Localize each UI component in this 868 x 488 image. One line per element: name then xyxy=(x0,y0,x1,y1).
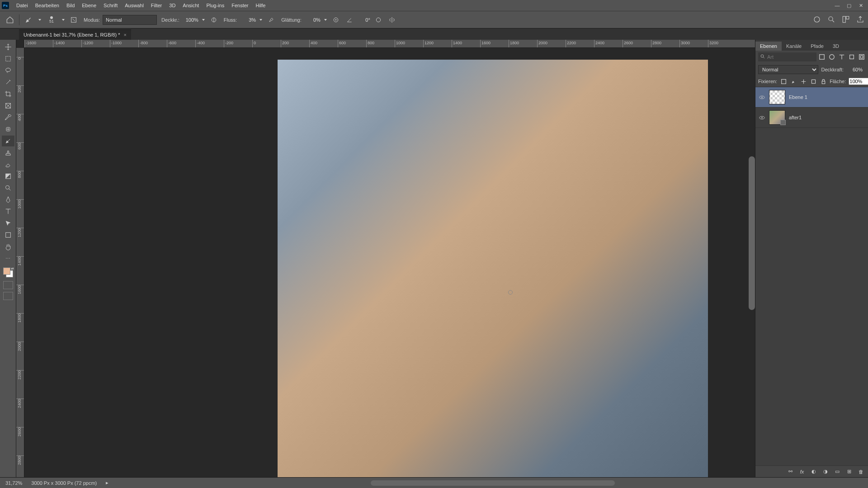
layer-opacity-input[interactable] xyxy=(846,67,863,72)
hand-tool[interactable] xyxy=(2,241,14,252)
menu-item-datei[interactable]: Datei xyxy=(13,1,32,10)
share-icon[interactable] xyxy=(856,15,864,24)
tool-preset-dropdown[interactable] xyxy=(38,18,42,22)
canvas-image[interactable] xyxy=(278,60,708,477)
layer-mask-button[interactable]: ◐ xyxy=(810,468,817,475)
shape-tool[interactable] xyxy=(2,230,14,240)
foreground-color[interactable] xyxy=(3,267,10,275)
layer-thumbnail[interactable] xyxy=(769,90,785,104)
menu-item-filter[interactable]: Filter xyxy=(147,1,165,10)
brush-preset-picker[interactable]: 51 xyxy=(45,13,58,27)
layer-fx-button[interactable]: fx xyxy=(798,468,806,475)
search-icon[interactable] xyxy=(827,15,835,24)
zoom-level[interactable]: 31,72% xyxy=(5,480,22,486)
home-button[interactable] xyxy=(4,14,16,26)
close-button[interactable]: ✕ xyxy=(855,1,866,9)
opacity-input[interactable] xyxy=(182,17,198,23)
type-tool[interactable] xyxy=(2,206,14,217)
brush-preset-dropdown[interactable] xyxy=(61,18,66,22)
clone-stamp-tool[interactable] xyxy=(2,147,14,158)
menu-item-hilfe[interactable]: Hilfe xyxy=(252,1,269,10)
menu-item-fenster[interactable]: Fenster xyxy=(228,1,252,10)
flow-dropdown[interactable] xyxy=(259,18,263,22)
filter-adjustment-icon[interactable] xyxy=(828,53,835,61)
healing-brush-tool[interactable] xyxy=(2,124,14,135)
vertical-scrollbar[interactable] xyxy=(749,156,755,310)
document-tab[interactable]: Unbenannt-1 bei 31,7% (Ebene 1, RGB/8) *… xyxy=(19,29,131,40)
opacity-dropdown[interactable] xyxy=(201,18,206,22)
fill-input[interactable] xyxy=(849,78,868,85)
workspace-icon[interactable] xyxy=(842,15,850,24)
menu-item-auswahl[interactable]: Auswahl xyxy=(121,1,147,10)
panel-tab-ebenen[interactable]: Ebenen xyxy=(755,42,782,51)
gradient-tool[interactable] xyxy=(2,171,14,182)
color-swatches[interactable]: ⇄ xyxy=(2,267,14,278)
angle-icon[interactable] xyxy=(344,14,355,25)
lasso-tool[interactable] xyxy=(2,65,14,76)
brush-settings-button[interactable] xyxy=(68,14,79,25)
dodge-tool[interactable] xyxy=(2,183,14,193)
horizontal-scrollbar[interactable] xyxy=(371,480,615,486)
crop-tool[interactable] xyxy=(2,89,14,99)
smoothing-input[interactable] xyxy=(304,17,321,23)
layer-filter-input[interactable] xyxy=(767,54,785,60)
info-chevron-icon[interactable]: ▸ xyxy=(106,480,108,486)
edit-toolbar-button[interactable]: ⋯ xyxy=(2,253,14,264)
menu-item-3d[interactable]: 3D xyxy=(165,1,179,10)
frame-tool[interactable] xyxy=(2,100,14,111)
layer-group-button[interactable]: ▭ xyxy=(834,468,841,475)
filter-shape-icon[interactable] xyxy=(848,53,855,61)
magic-wand-tool[interactable] xyxy=(2,77,14,88)
menu-item-bearbeiten[interactable]: Bearbeiten xyxy=(32,1,63,10)
quick-mask-button[interactable] xyxy=(3,281,13,289)
filter-pixel-icon[interactable] xyxy=(818,53,826,61)
layer-name[interactable]: after1 xyxy=(789,115,802,120)
layer-row[interactable]: Ebene 1 xyxy=(755,87,868,108)
cloud-docs-icon[interactable] xyxy=(813,15,821,24)
menu-item-ebene[interactable]: Ebene xyxy=(78,1,100,10)
move-tool[interactable] xyxy=(2,42,14,52)
layer-blend-mode-select[interactable]: Normal xyxy=(758,65,818,74)
smoothing-options-button[interactable] xyxy=(330,14,341,25)
filter-smart-icon[interactable] xyxy=(858,53,865,61)
pen-tool[interactable] xyxy=(2,194,14,205)
new-layer-button[interactable]: ⊞ xyxy=(845,468,853,475)
menu-item-ansicht[interactable]: Ansicht xyxy=(179,1,203,10)
filter-type-icon[interactable] xyxy=(838,53,845,61)
layer-row[interactable]: after1 xyxy=(755,108,868,128)
lock-all-icon[interactable] xyxy=(820,78,827,85)
document-info[interactable]: 3000 Px x 3000 Px (72 ppcm) xyxy=(31,480,97,486)
visibility-toggle[interactable] xyxy=(758,94,765,101)
menu-item-plug-ins[interactable]: Plug-ins xyxy=(203,1,228,10)
visibility-toggle[interactable] xyxy=(758,114,765,121)
screen-mode-button[interactable] xyxy=(3,292,13,300)
horizontal-ruler[interactable]: -1600-1400-1200-1000-800-600-400-2000200… xyxy=(24,40,755,48)
canvas-viewport[interactable] xyxy=(24,48,755,477)
layer-thumbnail[interactable] xyxy=(769,110,785,125)
path-selection-tool[interactable] xyxy=(2,218,14,229)
lock-pixels-icon[interactable] xyxy=(790,78,797,85)
tool-preset-button[interactable] xyxy=(22,14,35,26)
layer-name[interactable]: Ebene 1 xyxy=(789,94,807,100)
lock-nesting-icon[interactable] xyxy=(810,78,817,85)
maximize-button[interactable]: ▢ xyxy=(844,1,854,9)
angle-input[interactable] xyxy=(358,17,370,23)
panel-tab-pfade[interactable]: Pfade xyxy=(806,42,828,51)
lock-transparency-icon[interactable] xyxy=(780,78,787,85)
brush-tool[interactable] xyxy=(2,136,14,146)
eyedropper-tool[interactable] xyxy=(2,112,14,123)
blend-mode-select[interactable]: Normal xyxy=(103,15,157,25)
symmetry-button[interactable] xyxy=(387,14,397,25)
menu-item-schrift[interactable]: Schrift xyxy=(100,1,121,10)
smoothing-dropdown[interactable] xyxy=(323,18,328,22)
delete-layer-button[interactable]: 🗑 xyxy=(857,468,864,475)
lock-position-icon[interactable] xyxy=(800,78,807,85)
minimize-button[interactable]: — xyxy=(832,1,843,9)
menu-item-bild[interactable]: Bild xyxy=(63,1,78,10)
airbrush-button[interactable] xyxy=(266,14,277,25)
marquee-tool[interactable] xyxy=(2,53,14,64)
link-layers-button[interactable]: ⚯ xyxy=(787,468,794,475)
panel-tab-3d[interactable]: 3D xyxy=(828,42,844,51)
pressure-opacity-button[interactable] xyxy=(208,14,219,25)
vertical-ruler[interactable]: 0200400600800100012001400160018002000220… xyxy=(16,48,24,477)
